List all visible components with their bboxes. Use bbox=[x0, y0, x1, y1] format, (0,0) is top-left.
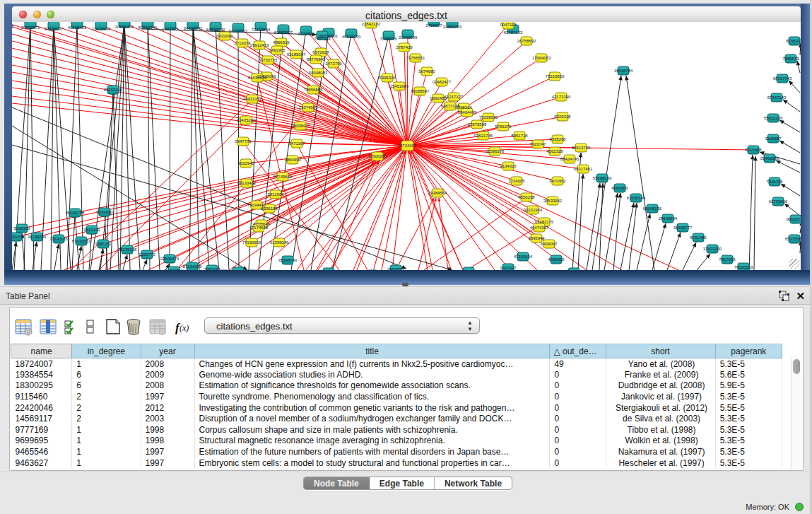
svg-text:3695944: 3695944 bbox=[528, 236, 545, 240]
svg-text:68727743: 68727743 bbox=[773, 76, 792, 81]
svg-text:1724005: 1724005 bbox=[508, 179, 525, 183]
svg-text:1031051: 1031051 bbox=[12, 235, 25, 239]
svg-text:59310341: 59310341 bbox=[139, 25, 158, 30]
svg-text:29053346: 29053346 bbox=[104, 88, 123, 92]
svg-text:34624751: 34624751 bbox=[165, 269, 184, 270]
svg-text:6572628: 6572628 bbox=[312, 50, 329, 54]
svg-text:69653287: 69653287 bbox=[274, 30, 293, 35]
svg-text:87347143: 87347143 bbox=[767, 95, 787, 100]
svg-text:7991183: 7991183 bbox=[204, 267, 221, 270]
svg-text:09133412: 09133412 bbox=[237, 181, 257, 185]
svg-text:8215958: 8215958 bbox=[745, 148, 762, 152]
svg-text:0047113: 0047113 bbox=[500, 23, 517, 27]
svg-text:5288095: 5288095 bbox=[380, 37, 397, 41]
svg-text:07482175: 07482175 bbox=[535, 220, 554, 224]
svg-text:17964053: 17964053 bbox=[532, 56, 551, 60]
svg-text:26758692: 26758692 bbox=[517, 39, 536, 43]
svg-text:0471167: 0471167 bbox=[289, 141, 306, 146]
svg-text:27875588: 27875588 bbox=[468, 122, 487, 127]
svg-text:8951718: 8951718 bbox=[511, 134, 528, 138]
svg-text:7889579: 7889579 bbox=[782, 57, 799, 61]
svg-text:18724007: 18724007 bbox=[398, 144, 417, 148]
svg-text:55812236: 55812236 bbox=[764, 116, 783, 120]
svg-text:59317461: 59317461 bbox=[574, 167, 593, 171]
svg-text:23374989: 23374989 bbox=[299, 105, 318, 110]
svg-text:(x): (x) bbox=[180, 323, 189, 333]
svg-text:1718227: 1718227 bbox=[425, 23, 442, 28]
svg-text:5395024: 5395024 bbox=[379, 76, 396, 80]
svg-text:65375564: 65375564 bbox=[785, 237, 801, 241]
svg-text:61586578: 61586578 bbox=[486, 149, 505, 153]
svg-text:9335290: 9335290 bbox=[549, 137, 566, 141]
svg-text:78856855: 78856855 bbox=[304, 88, 323, 92]
svg-text:01399049: 01399049 bbox=[270, 240, 289, 245]
svg-text:4060883: 4060883 bbox=[611, 186, 628, 190]
svg-text:0812191: 0812191 bbox=[83, 228, 100, 232]
svg-text:7357224: 7357224 bbox=[314, 37, 331, 41]
svg-text:11615594: 11615594 bbox=[92, 27, 111, 31]
svg-text:16648784: 16648784 bbox=[614, 69, 633, 73]
svg-text:0450533: 0450533 bbox=[387, 267, 404, 270]
svg-text:4562328: 4562328 bbox=[546, 149, 563, 153]
svg-text:5766270: 5766270 bbox=[495, 124, 512, 129]
svg-text:43303654: 43303654 bbox=[514, 255, 533, 259]
svg-text:4966319: 4966319 bbox=[273, 40, 290, 45]
svg-text:90838637: 90838637 bbox=[45, 27, 64, 31]
svg-text:40265423: 40265423 bbox=[68, 25, 87, 30]
svg-text:0470952: 0470952 bbox=[549, 179, 566, 183]
svg-text:8721489: 8721489 bbox=[690, 235, 707, 240]
svg-text:01543039: 01543039 bbox=[399, 35, 418, 40]
svg-text:0947775: 0947775 bbox=[235, 139, 252, 144]
svg-text:62729806: 62729806 bbox=[769, 199, 788, 204]
svg-text:7346706: 7346706 bbox=[766, 180, 783, 184]
svg-text:43171390: 43171390 bbox=[552, 95, 571, 99]
svg-text:58404499: 58404499 bbox=[458, 110, 477, 115]
svg-text:19384554: 19384554 bbox=[428, 191, 447, 195]
svg-text:2787429: 2787429 bbox=[396, 45, 413, 49]
svg-text:24896383: 24896383 bbox=[443, 25, 462, 29]
svg-text:6398214: 6398214 bbox=[455, 105, 472, 110]
svg-text:1473799: 1473799 bbox=[325, 62, 342, 66]
svg-text:1607337: 1607337 bbox=[500, 266, 517, 270]
svg-text:05009788: 05009788 bbox=[66, 211, 85, 215]
svg-text:87234309: 87234309 bbox=[183, 264, 202, 269]
svg-text:20691406: 20691406 bbox=[115, 25, 134, 29]
svg-text:4586850: 4586850 bbox=[548, 257, 565, 262]
svg-text:34192832: 34192832 bbox=[184, 26, 203, 30]
svg-text:15451680: 15451680 bbox=[390, 84, 409, 88]
svg-text:8708317: 8708317 bbox=[786, 39, 801, 43]
svg-text:13433200: 13433200 bbox=[703, 247, 722, 251]
svg-text:5098393: 5098393 bbox=[13, 226, 30, 230]
svg-text:65787133: 65787133 bbox=[504, 30, 523, 35]
svg-text:22842102: 22842102 bbox=[362, 22, 381, 26]
svg-text:50752735: 50752735 bbox=[259, 58, 278, 62]
svg-text:29946804: 29946804 bbox=[659, 216, 678, 221]
svg-text:36995777: 36995777 bbox=[673, 226, 693, 230]
svg-text:67749649: 67749649 bbox=[273, 175, 293, 179]
svg-text:29912419: 29912419 bbox=[250, 43, 269, 47]
svg-text:1326773: 1326773 bbox=[139, 252, 155, 257]
svg-text:98776945: 98776945 bbox=[307, 57, 326, 62]
svg-text:9022941: 9022941 bbox=[237, 161, 254, 165]
svg-text:05466889: 05466889 bbox=[760, 156, 779, 160]
svg-text:73515850: 73515850 bbox=[546, 74, 565, 78]
svg-text:37631165: 37631165 bbox=[49, 237, 69, 241]
svg-text:61595148: 61595148 bbox=[627, 196, 646, 200]
svg-text:64139537: 64139537 bbox=[229, 29, 248, 33]
svg-text:1647525: 1647525 bbox=[162, 27, 179, 31]
svg-text:45146270: 45146270 bbox=[342, 35, 361, 39]
svg-text:54948083: 54948083 bbox=[309, 71, 328, 75]
svg-text:55698169: 55698169 bbox=[593, 176, 612, 180]
svg-text:5674680: 5674680 bbox=[418, 69, 435, 74]
svg-text:20553571: 20553571 bbox=[21, 25, 40, 30]
svg-text:4936183: 4936183 bbox=[261, 206, 278, 211]
svg-text:34738299: 34738299 bbox=[28, 235, 47, 239]
svg-text:24008427: 24008427 bbox=[291, 124, 310, 128]
svg-text:64835030: 64835030 bbox=[206, 28, 225, 32]
svg-text:01436349: 01436349 bbox=[248, 76, 267, 80]
svg-text:02606474: 02606474 bbox=[160, 257, 180, 261]
svg-text:71756551: 71756551 bbox=[406, 56, 425, 60]
svg-text:1491905: 1491905 bbox=[269, 48, 286, 52]
svg-text:92221969: 92221969 bbox=[524, 208, 543, 212]
svg-text:4556238: 4556238 bbox=[518, 195, 535, 199]
